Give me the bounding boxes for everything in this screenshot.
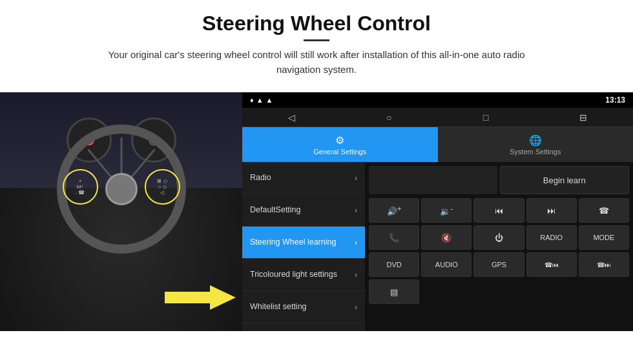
menu-item-radio[interactable]: Radio › — [242, 162, 365, 194]
tabs: ⚙ General Settings 🌐 System Settings — [242, 127, 633, 162]
empty-display-box — [369, 166, 497, 194]
menu-item-tricoloured-label: Tricoloured light settings — [250, 269, 355, 279]
vol-down-icon: 🔉- — [440, 205, 453, 216]
mute-icon: 🔇 — [441, 233, 451, 243]
chevron-right-icon: › — [355, 270, 357, 279]
steering-wheel-photo: ◉ ◉ — [0, 92, 242, 331]
begin-learn-button[interactable]: Begin learn — [500, 166, 630, 194]
vol-down-button[interactable]: 🔉- — [421, 198, 472, 223]
location-icon: ♦ — [250, 96, 254, 104]
call-accept-icon: 📞 — [389, 233, 399, 243]
next-track-icon: ⏭ — [547, 206, 555, 216]
dvd-label: DVD — [386, 261, 401, 268]
recents-nav-icon[interactable]: □ — [483, 112, 488, 123]
wifi-icon: ▲ — [256, 96, 264, 104]
svg-marker-0 — [165, 285, 236, 310]
mode-button[interactable]: MODE — [579, 225, 629, 250]
tab-general-label: General Settings — [313, 148, 366, 156]
status-bar: ♦ ▲ ▲ 13:13 — [242, 92, 633, 108]
back-nav-icon[interactable]: ◁ — [288, 112, 295, 123]
panel-row-1: Begin learn — [369, 166, 629, 194]
nav-bar: ◁ ○ □ ⊟ — [242, 108, 633, 127]
page-subtitle: Your original car's steering wheel contr… — [90, 48, 543, 77]
main-content: ◉ ◉ — [0, 92, 633, 331]
power-button[interactable]: ⏻ — [473, 225, 524, 250]
menu-item-steering[interactable]: Steering Wheel learning › — [242, 227, 365, 259]
menu-item-tricoloured[interactable]: Tricoloured light settings › — [242, 259, 365, 291]
content-area: Radio › DefaultSetting › Steering Wheel … — [242, 162, 633, 331]
tel-prev-button[interactable]: ☎⏮ — [526, 252, 577, 277]
tab-general-settings[interactable]: ⚙ General Settings — [242, 127, 438, 162]
phone-icon: ☎ — [599, 206, 609, 216]
radio-button[interactable]: RADIO — [526, 225, 577, 250]
page-header: Steering Wheel Control Your original car… — [0, 0, 633, 92]
radio-label: RADIO — [540, 234, 563, 241]
vol-up-icon: 🔊+ — [387, 205, 401, 216]
dvd-button[interactable]: DVD — [369, 252, 419, 277]
right-panel: Begin learn 🔊+ 🔉- ⏮ ⏭ — [365, 162, 633, 331]
menu-item-whitelist-label: Whitelist setting — [250, 301, 355, 312]
gps-label: GPS — [492, 261, 506, 268]
gps-button[interactable]: GPS — [473, 252, 524, 277]
chevron-right-icon: › — [355, 238, 357, 247]
call-accept-button[interactable]: 📞 — [369, 225, 419, 250]
controls-row-3: 📞 🔇 ⏻ RADIO MODE — [369, 225, 629, 250]
controls-row-4: DVD AUDIO GPS ☎⏮ ☎⏭ — [369, 252, 629, 277]
phone-button[interactable]: ☎ — [579, 198, 629, 223]
tab-system-settings[interactable]: 🌐 System Settings — [438, 127, 634, 162]
status-time: 13:13 — [605, 96, 625, 105]
prev-track-icon: ⏮ — [495, 206, 503, 216]
menu-item-whitelist[interactable]: Whitelist setting › — [242, 291, 365, 323]
power-icon: ⏻ — [495, 233, 503, 243]
vol-up-button[interactable]: 🔊+ — [369, 198, 419, 223]
menu-item-radio-label: Radio — [250, 172, 355, 183]
audio-button[interactable]: AUDIO — [421, 252, 472, 277]
tel-next-button[interactable]: ☎⏭ — [579, 252, 629, 277]
prev-track-button[interactable]: ⏮ — [473, 198, 524, 223]
screen-icon: ▤ — [390, 287, 398, 297]
menu-list: Radio › DefaultSetting › Steering Wheel … — [242, 162, 365, 331]
tel-prev-icon: ☎⏮ — [545, 261, 559, 268]
menu-nav-icon[interactable]: ⊟ — [579, 112, 587, 123]
home-nav-icon[interactable]: ○ — [386, 112, 391, 123]
globe-icon: 🌐 — [529, 134, 542, 147]
tab-system-label: System Settings — [510, 148, 561, 156]
chevron-right-icon: › — [355, 174, 357, 183]
chevron-right-icon: › — [355, 206, 357, 215]
menu-item-default[interactable]: DefaultSetting › — [242, 194, 365, 227]
android-ui: ♦ ▲ ▲ 13:13 ◁ ○ □ ⊟ ⚙ General Settings 🌐… — [242, 92, 633, 331]
signal-icon: ▲ — [266, 96, 273, 104]
status-icons-left: ♦ ▲ ▲ — [250, 96, 273, 104]
tel-next-icon: ☎⏭ — [597, 261, 611, 268]
audio-label: AUDIO — [435, 261, 458, 268]
mute-button[interactable]: 🔇 — [421, 225, 472, 250]
menu-item-default-label: DefaultSetting — [250, 205, 355, 215]
mode-label: MODE — [593, 234, 614, 241]
next-track-button[interactable]: ⏭ — [526, 198, 577, 223]
menu-item-steering-label: Steering Wheel learning — [250, 237, 355, 247]
page-title: Steering Wheel Control — [39, 12, 594, 35]
chevron-right-icon: › — [355, 303, 357, 312]
gear-icon: ⚙ — [335, 134, 344, 147]
title-divider — [304, 39, 329, 41]
controls-row-5: ▤ — [369, 279, 629, 304]
photo-background: ◉ ◉ — [0, 92, 242, 331]
controls-row-2: 🔊+ 🔉- ⏮ ⏭ ☎ — [369, 198, 629, 223]
screen-button[interactable]: ▤ — [369, 279, 419, 304]
